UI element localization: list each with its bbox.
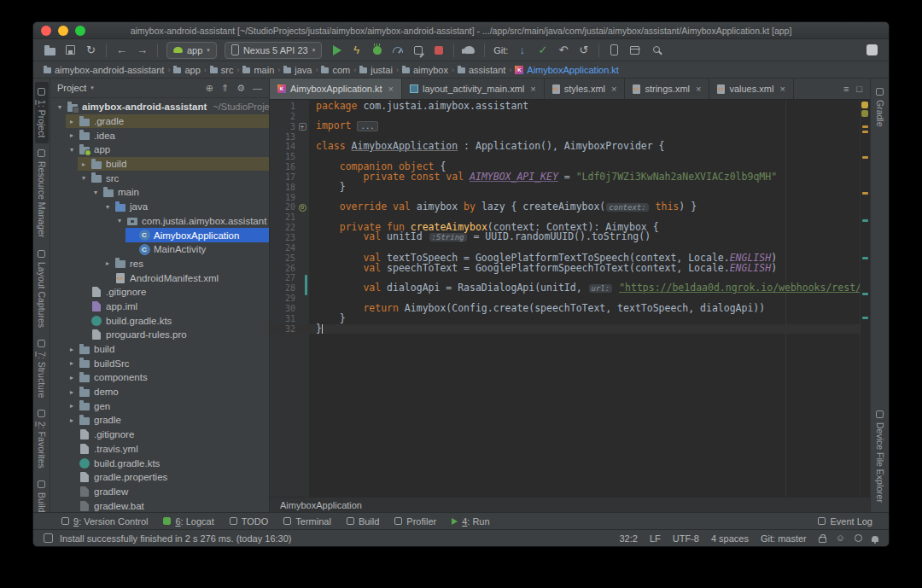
editor-breadcrumb[interactable]: AimyboxApplication — [280, 500, 362, 510]
tree-row-java[interactable]: ▾java — [50, 200, 269, 214]
sync-icon[interactable]: ↻ — [81, 41, 101, 59]
editor-line-32[interactable]: 32} — [270, 324, 860, 335]
zoom-button[interactable] — [75, 26, 85, 36]
tree-row-aimybox-android-assistant[interactable]: ▾aimybox-android-assistant~/StudioProjec… — [50, 100, 269, 114]
tree-row-res[interactable]: ▸res — [50, 257, 269, 271]
line-number[interactable]: 16 — [270, 162, 295, 172]
editor-tab-layout-activity-main-xml[interactable]: layout_activity_main.xml× — [402, 79, 545, 99]
apply-changes-icon[interactable]: ϟ — [347, 41, 366, 59]
tree-row-idea[interactable]: ▸.idea — [50, 128, 269, 143]
git-branch[interactable]: Git: master — [761, 533, 807, 544]
fold-expand-icon[interactable]: + — [299, 123, 306, 131]
line-number[interactable]: 1 — [270, 102, 295, 112]
inspections-indicator-icon[interactable] — [861, 110, 868, 117]
tree-row-build[interactable]: ▸build — [50, 342, 269, 357]
close-tab-icon[interactable]: × — [388, 84, 394, 94]
tool-window-switcher-icon[interactable] — [44, 533, 53, 543]
settings-gear-icon[interactable]: ⚙ — [236, 84, 245, 93]
breadcrumb-item-aimyboxapplication-kt[interactable]: KAimyboxApplication.kt — [513, 65, 621, 75]
line-number[interactable]: 25 — [270, 253, 295, 264]
tree-row-gradle[interactable]: ▸.gradle — [50, 114, 269, 129]
tool-stripe-button-7-structure[interactable]: 7: Structure — [35, 334, 49, 404]
editor-tab-aimyboxapplication-kt[interactable]: KAimyboxApplication.kt× — [270, 79, 402, 99]
line-number[interactable]: 18 — [270, 183, 295, 193]
tree-row-androidmanifest-xml[interactable]: AndroidManifest.xml — [50, 271, 269, 285]
sdk-manager-icon[interactable] — [625, 41, 645, 59]
close-tab-icon[interactable]: × — [696, 84, 701, 94]
tree-row-com-justai-aimybox-assistant[interactable]: ▾com.justai.aimybox.assistant — [50, 214, 269, 229]
tool-stripe-button-device-file-explorer[interactable]: Device File Explorer — [873, 405, 887, 509]
tree-row-gradle-properties[interactable]: gradle.properties — [50, 470, 269, 485]
profiler-icon[interactable] — [388, 41, 407, 59]
caret-position[interactable]: 32:2 — [620, 533, 638, 544]
tree-row-mainactivity[interactable]: CMainActivity — [50, 242, 269, 257]
forward-icon[interactable]: → — [132, 41, 152, 59]
line-number[interactable]: 31 — [270, 314, 295, 324]
tool-stripe-button-1-project[interactable]: 1: Project — [35, 82, 49, 143]
debug-icon[interactable] — [367, 41, 387, 59]
toolbar-right-square-icon[interactable] — [862, 41, 882, 59]
override-gutter-icon[interactable]: o — [299, 204, 306, 212]
breadcrumb-item-app[interactable]: app — [172, 65, 201, 75]
close-tab-icon[interactable]: × — [779, 84, 785, 94]
tree-row-aimyboxapplication[interactable]: CAimyboxApplication — [50, 228, 269, 242]
git-history-icon[interactable]: ↺ — [574, 41, 593, 59]
open-icon[interactable] — [40, 41, 60, 59]
line-number[interactable]: 14 — [270, 142, 295, 152]
tree-row-app[interactable]: ▾app — [50, 143, 269, 157]
save-all-icon[interactable] — [61, 41, 80, 59]
status-circle-icon[interactable] — [855, 534, 862, 542]
editor-line-26[interactable]: 26 val speechToText = GooglePlatformSpee… — [270, 264, 860, 274]
attach-debugger-icon[interactable] — [408, 41, 428, 59]
bottom-tool-button-profiler[interactable]: Profiler — [387, 516, 444, 527]
tree-row-build[interactable]: ▸build — [50, 157, 269, 172]
line-number[interactable]: 13 — [270, 132, 295, 143]
breadcrumb-item-assistant[interactable]: assistant — [456, 65, 507, 75]
hidden-tabs-icon[interactable]: ≡ — [843, 84, 849, 94]
bottom-tool-button-9-version-control[interactable]: 9: Version Control — [54, 516, 155, 527]
git-rollback-icon[interactable]: ↶ — [553, 41, 573, 59]
stop-icon[interactable] — [429, 41, 448, 59]
breadcrumb-item-aimybox[interactable]: aimybox — [400, 65, 450, 75]
breadcrumb-item-main[interactable]: main — [241, 65, 276, 75]
locate-file-icon[interactable]: ⊕ — [206, 84, 213, 93]
line-number[interactable]: 23 — [270, 233, 295, 243]
editor-line-17[interactable]: 17 private const val AIMYBOX_API_KEY = "… — [270, 172, 860, 183]
tree-row-gradlew-bat[interactable]: gradlew.bat — [50, 498, 269, 512]
line-number[interactable]: 3 — [270, 122, 295, 132]
tree-row-build-gradle-kts[interactable]: build.gradle.kts — [50, 456, 269, 470]
editor-line-28[interactable]: 28 val dialogApi = RasaDialogApi(unitId,… — [270, 283, 860, 294]
line-separator[interactable]: LF — [650, 533, 661, 544]
breadcrumb-item-src[interactable]: src — [208, 65, 236, 75]
editor-tab-styles-xml[interactable]: styles.xml× — [545, 79, 626, 99]
tree-row-src[interactable]: ▾src — [50, 171, 269, 185]
editor-line-18[interactable]: 18 } — [270, 183, 860, 193]
line-number[interactable]: 28 — [270, 283, 295, 294]
editor-line-1[interactable]: 1package com.justai.aimybox.assistant — [270, 102, 860, 112]
lock-icon[interactable] — [819, 537, 826, 543]
line-number[interactable]: 22 — [270, 223, 295, 233]
bottom-tool-button-todo[interactable]: TODO — [222, 516, 277, 527]
device-selector[interactable]: Nexus 5 API 23▾ — [225, 42, 322, 59]
inspections-indicator-icon[interactable] — [861, 102, 868, 108]
hide-panel-icon[interactable]: — — [253, 84, 262, 93]
tree-row-app-iml[interactable]: app.iml — [50, 300, 269, 314]
bottom-tool-button-build[interactable]: Build — [339, 516, 387, 527]
tool-stripe-button-gradle[interactable]: Gradle — [873, 82, 887, 133]
line-number[interactable]: 29 — [270, 294, 295, 304]
tool-stripe-button-build-variants[interactable]: Build Variants — [35, 474, 49, 512]
smiley-icon[interactable]: ☺ — [836, 533, 845, 543]
git-update-icon[interactable]: ↓ — [512, 41, 532, 59]
git-commit-icon[interactable]: ✓ — [533, 41, 552, 59]
notification-bell-icon[interactable] — [872, 536, 878, 542]
line-number[interactable]: 27 — [270, 273, 295, 283]
tree-row-demo[interactable]: ▸demo — [50, 385, 269, 399]
tree-row-travis-yml[interactable]: .travis.yml — [50, 442, 269, 457]
editor-line-14[interactable]: 14class AimyboxApplication : Application… — [270, 142, 860, 152]
line-number[interactable]: 24 — [270, 243, 295, 253]
line-number[interactable]: 15 — [270, 152, 295, 162]
tree-row-gradlew[interactable]: gradlew — [50, 485, 269, 499]
titlebar[interactable]: aimybox-android-assistant [~/StudioProje… — [33, 22, 889, 39]
tree-row-main[interactable]: ▾main — [50, 185, 269, 200]
editor-line-20[interactable]: 20o override val aimybox by lazy { creat… — [270, 202, 860, 212]
